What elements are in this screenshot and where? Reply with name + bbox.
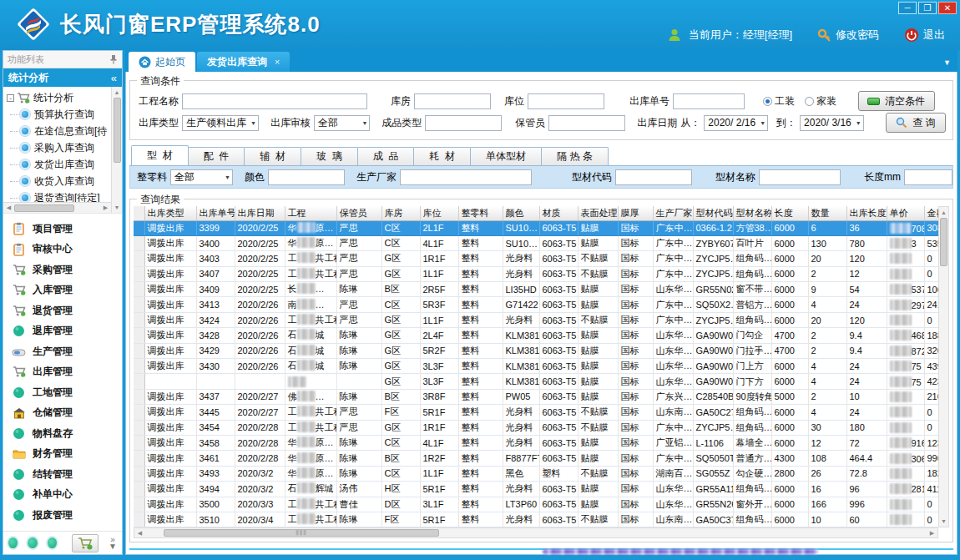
cell-price[interactable] — [887, 389, 924, 404]
cell-type[interactable]: 调拨出库 — [144, 297, 196, 312]
cell-color[interactable]: 光身料 — [503, 482, 539, 497]
table-row-3437[interactable]: 调拨出库34372020/2/27佛…陈琳B区3R8F整料PW056063-T5… — [134, 389, 938, 404]
cell-type[interactable]: 调拨出库 — [144, 359, 196, 374]
cell-code[interactable]: C28540B — [693, 389, 733, 404]
cell-len[interactable]: 4700 — [771, 328, 808, 343]
material-tab-3[interactable]: 玻 璃 — [301, 147, 358, 165]
cell-len[interactable]: 6000 — [771, 266, 808, 281]
tree-root-statistics[interactable]: -统计分析 — [7, 89, 122, 106]
nav-dot-button[interactable] — [48, 537, 57, 548]
cell-film[interactable]: 国标 — [618, 405, 653, 420]
cell-olen[interactable]: 24 — [846, 359, 887, 374]
order-no-input[interactable] — [673, 93, 745, 109]
cell-maker[interactable]: 山东华… — [653, 282, 693, 297]
tree-item-1[interactable]: 在途信息查询[待 — [7, 123, 122, 139]
cell-date[interactable]: 2020/2/26 — [235, 297, 285, 312]
cell-date[interactable]: 2020/2/25 — [235, 235, 285, 250]
sidebar-item-11[interactable]: 财务管理 — [3, 444, 122, 465]
cell-maker[interactable]: 山东华… — [653, 497, 693, 512]
cell-surf[interactable]: 贴膜 — [578, 497, 618, 512]
cell-amt[interactable]: 0 — [924, 251, 938, 266]
column-header-9[interactable]: 材质 — [539, 206, 578, 220]
tree-horizontal-scrollbar[interactable]: ◀ ▶ — [3, 202, 111, 213]
cell-film[interactable]: 国标 — [618, 251, 653, 266]
maximize-button[interactable]: ❐ — [918, 2, 937, 14]
cell-wh[interactable]: C区 — [381, 235, 420, 250]
cell-whole[interactable]: 整料 — [458, 512, 503, 527]
cell-proj[interactable]: 工共工程 — [285, 420, 336, 435]
grid-hscroll-thumb[interactable]: ⦀⦀⦀ — [164, 529, 439, 537]
cell-film[interactable]: 国标 — [618, 220, 653, 235]
cell-loc[interactable]: 1L1F — [420, 266, 458, 281]
scroll-right-icon[interactable]: ▶ — [100, 204, 111, 211]
cell-whole[interactable]: 整料 — [458, 451, 503, 466]
cell-loc[interactable]: 1R2F — [420, 451, 458, 466]
cell-name[interactable]: 窗不带… — [733, 282, 771, 297]
cell-film[interactable]: 国标 — [618, 312, 653, 327]
cell-name[interactable]: 窗外开… — [733, 497, 771, 512]
cell-name[interactable]: 组角码… — [733, 266, 771, 281]
column-header-12[interactable]: 生产厂家 — [653, 206, 693, 220]
cell-proj[interactable]: 石城 — [285, 328, 336, 343]
cell-wh[interactable]: D区 — [381, 497, 420, 512]
cell-code[interactable]: SQ5050T20 — [693, 451, 733, 466]
cell-type[interactable]: 调拨出库 — [144, 512, 196, 527]
table-row-3494[interactable]: 调拨出库34942020/3/2石辉城汤伟H区5R1F整料光身料6063-T5贴… — [134, 482, 938, 497]
cell-proj[interactable]: 工共工程 — [285, 266, 336, 281]
cell-qty[interactable]: 30 — [808, 420, 846, 435]
cell-wh[interactable]: C区 — [381, 435, 420, 450]
cell-price[interactable]: 916 — [887, 435, 924, 450]
cell-type[interactable]: 调拨出库 — [144, 482, 196, 497]
cell-no[interactable]: 3493 — [196, 466, 235, 481]
cell-mat[interactable]: 6063-T5 — [539, 497, 578, 512]
cell-film[interactable]: 国标 — [618, 482, 653, 497]
material-tab-2[interactable]: 辅 材 — [244, 147, 301, 165]
cell-film[interactable]: 国标 — [618, 297, 653, 312]
nav-cart-button[interactable] — [72, 534, 99, 552]
cell-amt[interactable]: 0 — [924, 266, 938, 281]
cell-name[interactable]: 组角码… — [733, 512, 771, 527]
cell-wh[interactable]: B区 — [381, 389, 420, 404]
cell-film[interactable]: 国标 — [618, 420, 653, 435]
scroll-left-icon[interactable]: ◀ — [134, 530, 145, 537]
cell-qty[interactable]: 166 — [808, 497, 846, 512]
cell-whole[interactable]: 整料 — [458, 220, 503, 235]
material-tab-5[interactable]: 耗 材 — [413, 147, 471, 165]
cell-keeper[interactable]: 严思 — [336, 235, 381, 250]
cell-maker[interactable]: 广东中… — [653, 420, 693, 435]
cell-qty[interactable]: 2 — [808, 266, 846, 281]
cell-proj[interactable]: 华原… — [285, 435, 336, 450]
material-tab-0[interactable]: 型 材 — [131, 145, 189, 165]
cell-len[interactable]: 6000 — [771, 297, 808, 312]
cell-amt[interactable]: 996 — [924, 451, 938, 466]
cell-type[interactable]: 调拨出库 — [144, 451, 196, 466]
sidebar-item-8[interactable]: 工地管理 — [3, 382, 122, 403]
sidebar-item-1[interactable]: 审核中心 — [3, 240, 122, 260]
cell-olen[interactable]: 12 — [846, 266, 887, 281]
cell-code[interactable]: GA90W09… — [693, 374, 733, 389]
cell-no[interactable]: 3500 — [196, 497, 235, 512]
cell-amt[interactable]: 308 — [924, 220, 938, 235]
cell-mat[interactable]: 6063-T5 — [539, 251, 578, 266]
cell-name[interactable]: 门下方 — [733, 374, 771, 389]
sidebar-item-14[interactable]: 报废管理 — [3, 505, 122, 526]
cell-qty[interactable]: 16 — [808, 482, 846, 497]
cell-loc[interactable]: 5R3F — [420, 297, 458, 312]
cell-qty[interactable]: 2 — [808, 389, 846, 404]
cell-keeper[interactable]: 陈琳 — [336, 343, 381, 358]
tree-item-2[interactable]: 采购入库查询 — [7, 139, 122, 156]
cell-color[interactable]: 光身料 — [503, 312, 539, 327]
cell-no[interactable]: 3510 — [196, 512, 235, 527]
cell-len[interactable]: 4300 — [771, 451, 808, 466]
cell-loc[interactable]: 2R5F — [420, 282, 458, 297]
cell-olen[interactable]: 10 — [846, 389, 887, 404]
cell-olen[interactable]: 36 — [846, 220, 887, 235]
cell-name[interactable]: 90度转角 — [733, 389, 771, 404]
cell-price[interactable] — [887, 312, 924, 327]
cell-film[interactable]: 国标 — [618, 497, 653, 512]
cell-whole[interactable]: 整料 — [458, 343, 503, 358]
cell-type[interactable]: 调拨出库 — [144, 389, 196, 404]
cell-wh[interactable]: B区 — [381, 451, 420, 466]
cell-mat[interactable]: 6063-T5 — [539, 312, 578, 327]
cell-proj[interactable]: 南… — [285, 297, 336, 312]
